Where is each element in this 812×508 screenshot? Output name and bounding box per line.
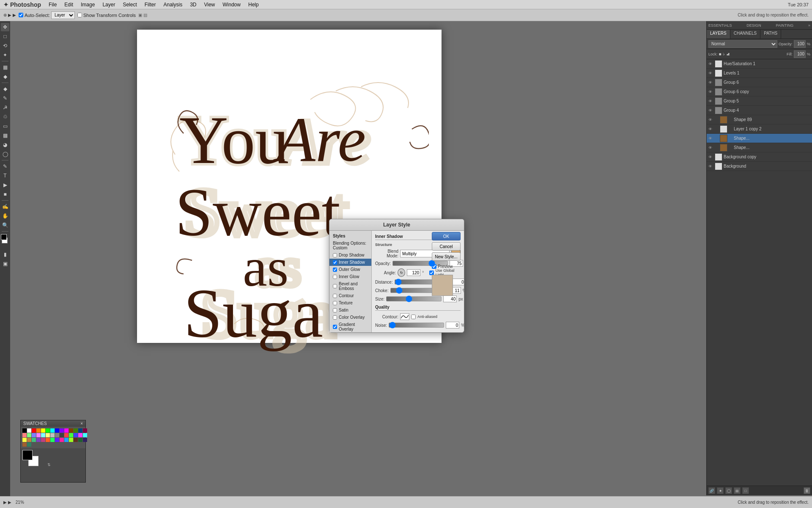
swatch-#4040ff[interactable] (74, 433, 78, 437)
style-cb-8[interactable] (333, 301, 337, 305)
layer-item-8[interactable]: 👁 Shape... (707, 134, 812, 143)
preview-checkbox[interactable] (432, 264, 436, 269)
tool-dodge[interactable]: ◯ (1, 150, 9, 158)
swatch-#ffff00[interactable] (41, 428, 45, 433)
angle-input[interactable] (407, 269, 420, 276)
tool-lasso[interactable]: ⟲ (1, 41, 9, 50)
tool-shape[interactable]: ■ (1, 190, 9, 199)
tool-note[interactable]: ✍ (1, 202, 9, 211)
lock-all-icon[interactable]: ⛸ (726, 52, 730, 56)
layer-eye-9[interactable]: 👁 (708, 146, 713, 150)
style-item-0[interactable]: Styles (329, 232, 371, 240)
style-item-10[interactable]: Color Overlay (329, 314, 371, 321)
layer-eye-1[interactable]: 👁 (708, 71, 713, 75)
swatch-#c0c0c0[interactable] (50, 433, 55, 437)
tool-hand[interactable]: ✋ (1, 212, 9, 220)
tool-rect-select[interactable]: □ (1, 32, 9, 41)
swatch-#ff20a0[interactable] (60, 438, 64, 442)
tool-path[interactable]: ▶ (1, 181, 9, 189)
style-cb-11[interactable] (333, 325, 337, 329)
style-cb-9[interactable] (333, 308, 337, 312)
swatch-#00ff00[interactable] (46, 428, 50, 433)
layer-item-6[interactable]: 👁 Shape 89 (707, 115, 812, 124)
swatch-#20ff60[interactable] (50, 438, 55, 442)
swatch-#c08040[interactable] (27, 438, 31, 442)
swatch-#80ffff[interactable] (41, 433, 45, 437)
layer-item-9[interactable]: 👁 Shape... (707, 143, 812, 152)
swatch-#a06030[interactable] (22, 442, 27, 447)
swatch-#ff6020[interactable] (46, 438, 50, 442)
style-item-4[interactable]: Outer Glow (329, 266, 371, 273)
new-style-button[interactable]: New Style... (432, 252, 461, 261)
layer-item-0[interactable]: 👁 Hue/Saturation 1 (707, 59, 812, 69)
swatch-#a0ff20[interactable] (69, 438, 73, 442)
fill-value-panel[interactable] (794, 50, 806, 58)
menu-window[interactable]: Window (219, 1, 244, 8)
transform-checkbox[interactable] (77, 13, 82, 17)
swatch-#804000[interactable] (69, 428, 73, 433)
size-input[interactable] (443, 295, 457, 302)
swatch-#ff80ff[interactable] (36, 433, 41, 437)
tool-pen[interactable]: ✎ (1, 162, 9, 171)
contour-thumbnail[interactable] (400, 313, 409, 320)
tab-layers[interactable]: LAYERS (707, 30, 730, 39)
menu-layer[interactable]: Layer (99, 1, 118, 8)
style-item-1[interactable]: Blending Options: Custom (329, 240, 371, 251)
tool-eraser[interactable]: ▭ (1, 122, 9, 130)
tool-gradient[interactable]: ▩ (1, 131, 9, 140)
layer-eye-6[interactable]: 👁 (708, 118, 713, 122)
swatch-#80ff80[interactable] (27, 433, 31, 437)
noise-input[interactable] (446, 322, 459, 329)
style-item-9[interactable]: Satin (329, 306, 371, 314)
swatch-#ffffff[interactable] (27, 428, 31, 433)
tool-crop[interactable]: ▦ (1, 63, 9, 72)
swatch-#ff4040[interactable] (64, 433, 69, 437)
swatch-#20a0ff[interactable] (64, 438, 69, 442)
style-item-11[interactable]: Gradient Overlay (329, 321, 371, 332)
size-slider[interactable] (386, 296, 442, 301)
menu-3d[interactable]: 3D (187, 1, 200, 8)
opacity-value-panel[interactable] (794, 40, 806, 48)
layer-item-3[interactable]: 👁 Group 6 copy (707, 87, 812, 97)
menu-help[interactable]: Help (245, 1, 262, 8)
angle-wheel[interactable]: ↻ (398, 268, 405, 277)
menu-view[interactable]: View (200, 1, 218, 8)
swatch-#ff0000[interactable] (32, 428, 36, 433)
auto-select-dropdown[interactable]: Layer Group (51, 11, 75, 19)
fg-color-swatch[interactable] (1, 234, 7, 240)
menu-analysis[interactable]: Analysis (160, 1, 186, 8)
style-cb-6[interactable] (333, 284, 337, 288)
tool-eyedropper[interactable]: ◆ (1, 72, 9, 81)
layer-eye-4[interactable]: 👁 (708, 99, 713, 103)
style-item-3[interactable]: Inner Shadow (329, 259, 371, 266)
swatch-#ff40ff[interactable] (78, 433, 82, 437)
swatch-#40ffff[interactable] (83, 433, 87, 437)
tool-zoom[interactable]: 🔍 (1, 221, 9, 229)
menu-image[interactable]: Image (77, 1, 98, 8)
style-cb-3[interactable] (333, 260, 337, 265)
layer-item-10[interactable]: 👁 Background copy (707, 152, 812, 162)
tool-history[interactable]: ♲ (1, 113, 9, 121)
anti-alias-checkbox[interactable] (411, 315, 416, 319)
swatch-#800040[interactable] (83, 428, 87, 433)
tool-text[interactable]: T (1, 171, 9, 180)
tool-healing[interactable]: ◆ (1, 85, 9, 93)
tool-stamp[interactable]: ☭ (1, 103, 9, 112)
menu-select[interactable]: Select (119, 1, 140, 8)
layer-eye-11[interactable]: 👁 (708, 164, 713, 168)
swatch-#0000ff[interactable] (55, 428, 59, 433)
swatch-#ff8080[interactable] (22, 433, 27, 437)
layer-eye-7[interactable]: 👁 (708, 127, 713, 131)
style-item-6[interactable]: Bevel and Emboss (329, 280, 371, 292)
new-layer-icon[interactable]: □ (742, 487, 749, 494)
tool-screen[interactable]: ▣ (1, 260, 9, 268)
swatch-#206030[interactable] (78, 438, 82, 442)
style-cb-5[interactable] (333, 275, 337, 279)
layer-eye-0[interactable]: 👁 (708, 62, 713, 66)
swatch-#6020ff[interactable] (55, 438, 59, 442)
style-cb-4[interactable] (333, 268, 337, 272)
swatch-#408000[interactable] (74, 428, 78, 433)
layer-eye-5[interactable]: 👁 (708, 108, 713, 113)
menu-filter[interactable]: Filter (141, 1, 159, 8)
style-cb-7[interactable] (333, 294, 337, 298)
